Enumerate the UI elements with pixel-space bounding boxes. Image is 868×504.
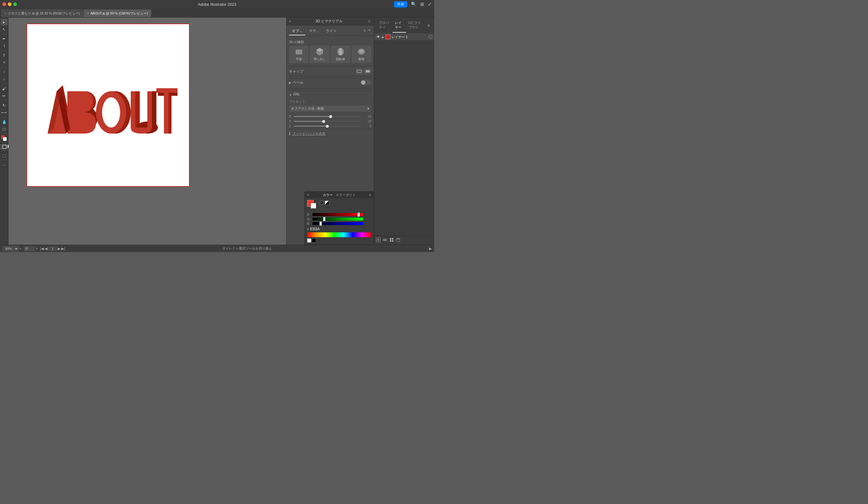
angle-input[interactable] — [24, 246, 35, 251]
background-color[interactable] — [3, 137, 7, 141]
line-tool[interactable]: / — [1, 69, 8, 75]
page-last-button[interactable]: ▶| — [61, 246, 65, 251]
arrange-icon[interactable]: ⊞ — [420, 1, 424, 7]
tab-layers[interactable]: レイヤー — [392, 18, 406, 33]
minimize-button[interactable] — [8, 2, 11, 6]
paintbrush-tool[interactable]: 🖌 — [1, 85, 8, 92]
type-btn-revolve[interactable]: 回転体 — [331, 46, 351, 63]
color-panel-close[interactable]: × — [307, 193, 309, 197]
none-swatch[interactable] — [320, 201, 324, 205]
tab-1[interactable]: × クロスと重なり.ai @ 33.33 % (RGB/プレビュー) — [1, 9, 83, 17]
stroke-none-icon[interactable] — [2, 145, 7, 149]
page-number-input[interactable] — [48, 246, 57, 251]
props-menu-button[interactable]: ≡ — [426, 21, 432, 30]
layer-add-button[interactable] — [376, 238, 381, 243]
b-slider[interactable] — [312, 222, 363, 225]
cap-btn-1[interactable] — [356, 68, 363, 74]
bevel-arrow[interactable]: ▶ — [289, 81, 291, 84]
panel-menu-icon[interactable]: ≡ — [362, 27, 367, 36]
panel-3d-title: 3D とマテリアル — [316, 19, 343, 24]
panel-3d-close-button[interactable]: × — [289, 19, 291, 23]
tab-cc-libraries[interactable]: CC ライブラリ — [406, 18, 426, 33]
color-panel: × カラー カラーガイド ≡ R — [304, 191, 374, 245]
type-btn-extrude[interactable]: 押し出し — [310, 46, 329, 63]
bevel-toggle[interactable] — [361, 80, 371, 85]
tab-1-close[interactable]: × — [4, 12, 6, 15]
search-icon[interactable]: 🔍 — [411, 1, 417, 7]
layer-name[interactable]: レイヤー 1 — [392, 35, 427, 39]
layer-target-circle[interactable] — [429, 35, 432, 39]
g-slider[interactable] — [312, 218, 363, 221]
swap-icon[interactable] — [325, 201, 329, 205]
bevel-label: ベベル — [292, 80, 303, 85]
blend-tool[interactable]: ⬡ — [1, 126, 8, 132]
ellipse-tool[interactable]: ○ — [1, 76, 8, 82]
type-btn-flat[interactable]: 平面 — [289, 46, 309, 63]
tab-2-close[interactable]: × — [87, 12, 89, 15]
page-next-button[interactable]: ▶ — [58, 246, 60, 251]
black-swatch[interactable] — [312, 239, 316, 243]
share-button[interactable]: 共有 — [394, 1, 407, 8]
layer-delete-button[interactable] — [396, 238, 401, 243]
status-expand-arrow[interactable]: ▶ — [429, 246, 432, 251]
layer-visibility-toggle[interactable]: 👁 — [376, 34, 381, 39]
titlebar: Adobe Illustrator 2023 共有 🔍 ⊞ ⤢ — [0, 0, 434, 9]
panel-3d-collapse[interactable]: ⟩⟩ — [367, 19, 371, 23]
color-selector[interactable] — [1, 135, 8, 142]
preset-select[interactable]: オフアクシス法 - 前面 ▾ — [289, 105, 371, 112]
page-first-button[interactable]: |◀ — [40, 246, 44, 251]
tab-object[interactable]: オブ... — [289, 27, 305, 36]
tab-properties[interactable]: プロパティ — [376, 18, 392, 33]
selection-tool[interactable]: ▸ — [1, 19, 8, 26]
direct-selection-tool[interactable]: ↖ — [1, 26, 8, 33]
toolbar-left: ▸ ↖ ✒ ⌇ T Tl / ○ 🖌 ✏ ↻ ⟷ 💧 ⬡ ⬚ — [0, 18, 9, 245]
close-button[interactable] — [2, 2, 6, 6]
props-tabs: プロパティ レイヤー CC ライブラリ — [376, 18, 426, 33]
axis-x-slider[interactable] — [294, 116, 361, 117]
axis-z-slider[interactable] — [294, 126, 361, 127]
rotate-tool[interactable]: ↻ — [1, 102, 8, 109]
type-btn-inflate[interactable]: 膨張 — [352, 46, 371, 63]
reflect-tool[interactable]: ⟷ — [1, 109, 8, 116]
artboard-tool[interactable]: ⬚ — [1, 152, 8, 159]
maximize-button[interactable] — [13, 2, 17, 6]
r-slider[interactable] — [312, 213, 363, 216]
zoom-select[interactable]: 50% 100% 33.33% — [2, 246, 19, 251]
axis-x-label: X — [289, 114, 292, 118]
eyedropper-tool[interactable]: 💧 — [1, 119, 8, 125]
hex-value[interactable]: E83A — [310, 226, 320, 231]
layer-arrange-button[interactable] — [389, 238, 394, 243]
white-swatch[interactable] — [307, 239, 311, 243]
more-tools[interactable]: ··· — [1, 161, 8, 168]
b-thumb — [319, 221, 322, 226]
curvature-tool[interactable]: ⌇ — [1, 43, 8, 49]
color-panel-menu[interactable]: ≡ — [369, 193, 371, 197]
type-tool[interactable]: T — [1, 52, 8, 59]
props-header: プロパティ レイヤー CC ライブラリ ≡ — [374, 18, 434, 33]
tab-2[interactable]: × ABOUT.ai @ 50 % (CMYK/プレビュー) — [84, 9, 151, 17]
bg-swatch[interactable] — [311, 203, 316, 209]
color-tab-color[interactable]: カラー — [323, 193, 333, 197]
fill-none-icon[interactable] — [0, 145, 1, 149]
color-spectrum[interactable] — [307, 232, 371, 237]
tabbar: × クロスと重なり.ai @ 33.33 % (RGB/プレビュー) × ABO… — [0, 9, 434, 18]
svg-rect-41 — [390, 240, 391, 242]
layer-move-button[interactable] — [383, 238, 388, 243]
layer-expand-arrow[interactable]: ▶ — [382, 36, 384, 39]
fullscreen-icon[interactable]: ⤢ — [428, 1, 432, 7]
pen-tool[interactable]: ✒ — [1, 36, 8, 42]
color-tab-guide[interactable]: カラーガイド — [336, 193, 356, 197]
canvas-area — [9, 18, 286, 245]
rotation-arrow[interactable]: ▼ — [289, 93, 292, 97]
window-controls — [2, 2, 17, 6]
panel-expand-icon[interactable]: ▾ — [368, 27, 371, 36]
touch-type-tool[interactable]: Tl — [1, 59, 8, 66]
feedback-text[interactable]: フィードバックを共有 — [292, 131, 326, 136]
axis-y-slider[interactable] — [294, 121, 361, 122]
pencil-tool[interactable]: ✏ — [1, 92, 8, 99]
page-prev-button[interactable]: ◀ — [45, 246, 48, 251]
tab-material[interactable]: マテ... — [306, 27, 322, 36]
cap-btn-2[interactable] — [364, 68, 371, 74]
tab-light[interactable]: ライト — [323, 27, 340, 36]
feedback-icon: ℹ — [289, 131, 290, 136]
